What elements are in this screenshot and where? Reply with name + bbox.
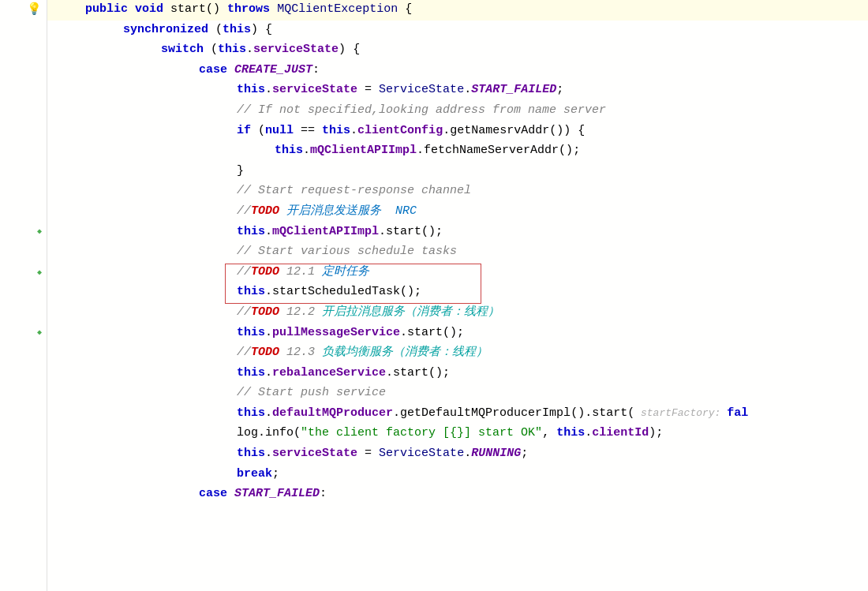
- bookmark-icon-2: ◆: [37, 267, 42, 279]
- bookmark-icon-1: ◆: [37, 226, 42, 238]
- code-line: case CREATE_JUST:: [47, 61, 868, 81]
- code-line: //TODO 开启消息发送服务 NRC: [47, 202, 868, 223]
- code-line: log.info("the client factory [{}] start …: [47, 424, 868, 444]
- code-line: this.serviceState = ServiceState.RUNNING…: [47, 444, 868, 465]
- code-line: //TODO 12.3 负载均衡服务（消费者：线程）: [47, 343, 868, 364]
- code-line: switch (this.serviceState) {: [47, 40, 868, 61]
- code-area[interactable]: public void start() throws MQClientExcep…: [47, 0, 868, 591]
- code-line: if (null == this.clientConfig.getNamesrv…: [47, 122, 868, 142]
- code-line: //TODO 12.2 开启拉消息服务（消费者：线程）: [47, 303, 868, 324]
- code-line: //TODO 12.1 定时任务: [47, 263, 868, 283]
- code-line: synchronized (this) {: [47, 21, 868, 41]
- code-line: // Start various schedule tasks: [47, 242, 868, 263]
- code-line: this.serviceState = ServiceState.START_F…: [47, 80, 868, 101]
- gutter: 💡 ◆ ◆ ◆: [0, 0, 47, 591]
- code-line: this.startScheduledTask();: [47, 282, 868, 303]
- code-line: this.pullMessageService.start();: [47, 324, 868, 344]
- bookmark-icon-3: ◆: [37, 327, 42, 339]
- code-line: case START_FAILED:: [47, 484, 868, 505]
- code-line: this.mQClientAPIImpl.start();: [47, 223, 868, 243]
- selection-region: //TODO 12.1 定时任务 this.startScheduledTask…: [47, 263, 868, 303]
- code-line: this.defaultMQProducer.getDefaultMQProdu…: [47, 404, 868, 425]
- editor-container: 💡 ◆ ◆ ◆: [0, 0, 868, 591]
- code-line: // Start push service: [47, 383, 868, 404]
- lightbulb-icon[interactable]: 💡: [27, 1, 42, 20]
- code-line: // Start request-response channel: [47, 181, 868, 202]
- code-line: this.mQClientAPIImpl.fetchNameServerAddr…: [47, 141, 868, 162]
- code-line: break;: [47, 465, 868, 485]
- code-line: }: [47, 162, 868, 182]
- code-line: this.rebalanceService.start();: [47, 364, 868, 384]
- code-line: // If not specified,looking address from…: [47, 101, 868, 122]
- code-line: public void start() throws MQClientExcep…: [47, 0, 868, 21]
